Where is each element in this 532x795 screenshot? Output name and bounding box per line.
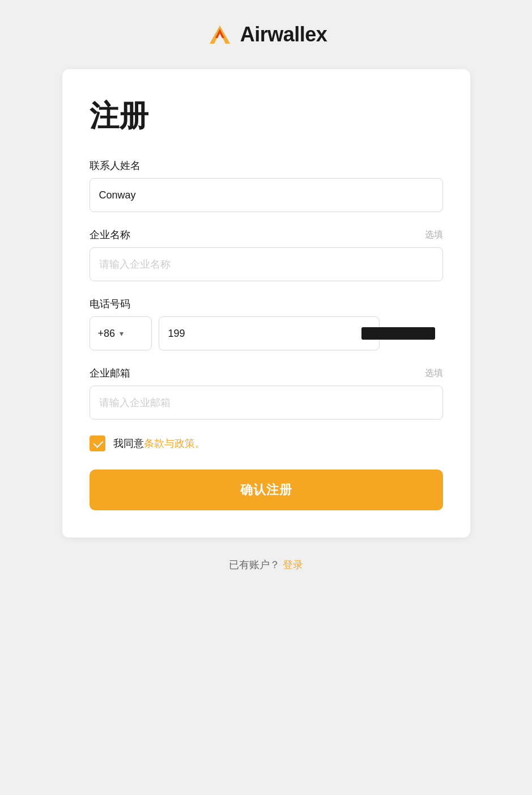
terms-link[interactable]: 条款与政策。 — [144, 438, 205, 449]
company-name-field-group: 企业名称 选填 — [90, 228, 443, 281]
login-link[interactable]: 登录 — [283, 559, 303, 570]
company-name-optional: 选填 — [425, 229, 443, 241]
phone-masked-value — [361, 327, 435, 340]
email-label-row: 企业邮箱 选填 — [90, 366, 443, 380]
footer-text: 已有账户？ — [229, 559, 280, 570]
agree-checkbox-row: 我同意条款与政策。 — [90, 435, 443, 451]
phone-number-wrapper — [159, 316, 443, 350]
contact-name-input[interactable] — [90, 178, 443, 212]
email-input[interactable] — [90, 386, 443, 420]
company-name-input[interactable] — [90, 247, 443, 281]
phone-field-group: 电话号码 +86 ▾ — [90, 297, 443, 350]
phone-label: 电话号码 — [90, 297, 130, 311]
agree-checkbox-wrapper[interactable] — [90, 435, 105, 451]
email-label: 企业邮箱 — [90, 366, 130, 380]
submit-button[interactable]: 确认注册 — [90, 470, 443, 510]
email-field-group: 企业邮箱 选填 — [90, 366, 443, 420]
phone-country-selector[interactable]: +86 ▾ — [90, 316, 152, 350]
phone-input-row: +86 ▾ — [90, 316, 443, 350]
chevron-down-icon: ▾ — [120, 329, 124, 338]
phone-label-row: 电话号码 — [90, 297, 443, 311]
company-name-label-row: 企业名称 选填 — [90, 228, 443, 242]
airwallex-logo-icon — [205, 23, 235, 46]
contact-name-field-group: 联系人姓名 — [90, 159, 443, 212]
registration-card: 注册 联系人姓名 企业名称 选填 电话号码 +86 ▾ — [62, 69, 470, 538]
footer: 已有账户？ 登录 — [229, 558, 303, 572]
email-optional: 选填 — [425, 367, 443, 379]
company-name-label: 企业名称 — [90, 228, 130, 242]
contact-name-label-row: 联系人姓名 — [90, 159, 443, 172]
logo-text: Airwallex — [240, 23, 327, 46]
contact-name-label: 联系人姓名 — [90, 159, 141, 172]
header: Airwallex — [205, 23, 327, 46]
country-code-display: +86 — [98, 328, 116, 340]
phone-number-input[interactable] — [159, 316, 380, 350]
form-title: 注册 — [90, 96, 443, 136]
agree-checkbox-visual — [90, 435, 105, 451]
agree-label: 我同意条款与政策。 — [113, 437, 205, 450]
